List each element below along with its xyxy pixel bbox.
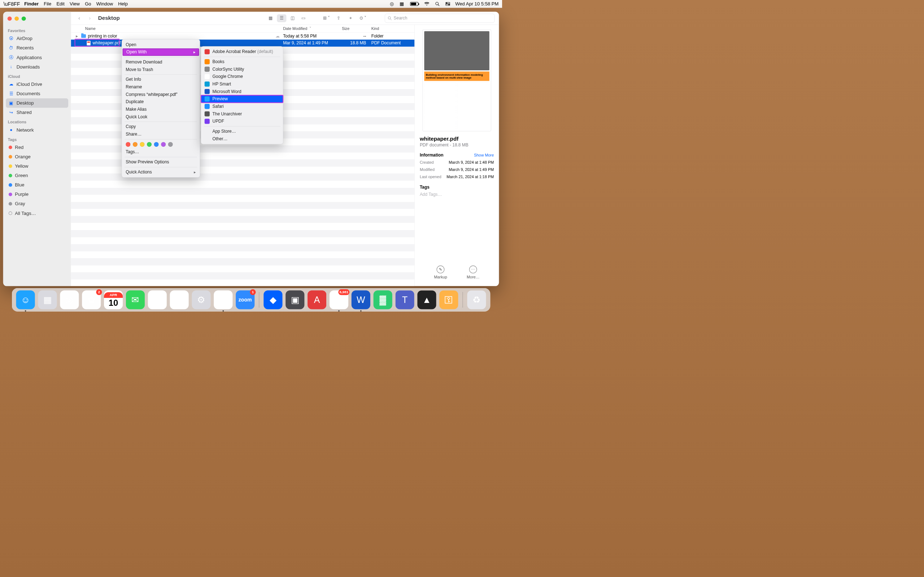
ctx-trash[interactable]: Move to Trash xyxy=(122,66,200,74)
col-date[interactable]: Date Modified˅ xyxy=(283,26,342,31)
sidebar-item-shared[interactable]: ↪Shared xyxy=(6,108,68,117)
more-action[interactable]: ⋯More… xyxy=(467,266,480,279)
menu-edit[interactable]: Edit xyxy=(56,1,64,6)
sidebar-item-documents[interactable]: ☰Documents xyxy=(6,89,68,98)
sidebar-item-applications[interactable]: ⒶApplications xyxy=(6,53,68,62)
dock-teams[interactable]: T xyxy=(395,290,414,309)
back-button[interactable]: ‹ xyxy=(76,14,83,22)
ow-default[interactable]: Adobe Acrobat Reader (default) xyxy=(201,48,283,56)
control-center-icon[interactable] xyxy=(446,2,450,6)
ow-other[interactable]: Other… xyxy=(201,135,283,142)
sidebar-item-airdrop[interactable]: ⦿AirDrop xyxy=(6,34,68,43)
ctx-quicklook[interactable]: Quick Look xyxy=(122,113,200,121)
dock-preview[interactable]: ▣ xyxy=(286,290,304,309)
ow-hp-smart[interactable]: HP Smart xyxy=(201,81,283,88)
ctx-open[interactable]: Open xyxy=(122,41,200,49)
ctx-tags[interactable]: Tags… xyxy=(122,148,200,156)
ctx-copy[interactable]: Copy xyxy=(122,123,200,131)
sidebar-item-purple[interactable]: Purple xyxy=(6,190,68,199)
sidebar-item-recents[interactable]: ⏱Recents xyxy=(6,43,68,53)
dock-app2[interactable]: ⚿ xyxy=(439,290,458,309)
ctx-alias[interactable]: Make Alias xyxy=(122,106,200,113)
wifi-icon[interactable] xyxy=(424,2,429,6)
sidebar-item-network[interactable]: ●Network xyxy=(6,125,68,134)
view-icon[interactable]: ▦ xyxy=(266,14,275,22)
ow-microsoft-word[interactable]: Microsoft Word xyxy=(201,88,283,95)
dock-acrobat[interactable]: A xyxy=(307,290,326,309)
apple-menu[interactable]: \uF8FF xyxy=(3,1,20,7)
menu-go[interactable]: Go xyxy=(85,1,91,6)
dock-chrome[interactable]: ● xyxy=(214,290,233,309)
ctx-get-info[interactable]: Get Info xyxy=(122,76,200,83)
app-name[interactable]: Finder xyxy=(24,1,39,6)
minimize-button[interactable] xyxy=(15,16,19,21)
ow-colorsync-utility[interactable]: ColorSync Utility xyxy=(201,65,283,73)
menu-file[interactable]: File xyxy=(44,1,51,6)
ctx-duplicate[interactable]: Duplicate xyxy=(122,98,200,106)
col-kind[interactable]: Kind xyxy=(372,26,415,31)
ctx-rename[interactable]: Rename xyxy=(122,83,200,91)
dock-freeform[interactable]: ∿ xyxy=(170,290,189,309)
grammarly-icon[interactable]: ◎ xyxy=(390,1,394,6)
sidebar-item-blue[interactable]: Blue xyxy=(6,180,68,190)
dock-numbers[interactable]: ▓ xyxy=(373,290,393,309)
file-row-folder[interactable]: ▸printing in color ☁ Today at 5:58 PM --… xyxy=(71,32,414,40)
tags-button[interactable]: ⌖ xyxy=(346,14,355,22)
share-button[interactable]: ⇪ xyxy=(334,14,343,22)
dock-app1[interactable]: ▲ xyxy=(417,290,436,309)
ctx-preview-options[interactable]: Show Preview Options xyxy=(122,158,200,166)
view-gallery[interactable]: ▭ xyxy=(299,14,308,22)
ctx-compress[interactable]: Compress “whitepaper.pdf” xyxy=(122,91,200,98)
dock-settings[interactable]: ⚙ xyxy=(192,290,210,309)
spotlight-icon[interactable] xyxy=(435,2,439,6)
menu-view[interactable]: View xyxy=(69,1,80,6)
ow-the-unarchiver[interactable]: The Unarchiver xyxy=(201,110,283,118)
menubar-clock[interactable]: Wed Apr 10 5:58 PM xyxy=(455,1,498,6)
ctx-remove-download[interactable]: Remove Download xyxy=(122,58,200,66)
sidebar-item-green[interactable]: Green xyxy=(6,171,68,180)
sidebar-item-downloads[interactable]: ↓Downloads xyxy=(6,62,68,71)
dock-zoom[interactable]: zoom1 xyxy=(236,290,254,309)
dock-word[interactable]: W xyxy=(352,290,370,309)
zoom-button[interactable] xyxy=(22,16,26,21)
view-list[interactable]: ☰ xyxy=(277,14,286,22)
ow-appstore[interactable]: App Store… xyxy=(201,128,283,135)
sidebar-item-orange[interactable]: Orange xyxy=(6,152,68,161)
dock-messages[interactable]: ✉ xyxy=(126,290,145,309)
action-button[interactable]: ⊙ ˅ xyxy=(358,14,367,22)
sidebar-item-gray[interactable]: Gray xyxy=(6,199,68,208)
markup-action[interactable]: ✎Markup xyxy=(434,266,447,279)
dock-launchpad[interactable]: ▦ xyxy=(38,290,57,309)
battery-icon[interactable] xyxy=(410,2,418,6)
add-tags[interactable]: Add Tags… xyxy=(420,192,494,197)
ctx-quick-actions[interactable]: Quick Actions▸ xyxy=(122,168,200,176)
sidebar-item-yellow[interactable]: Yellow xyxy=(6,161,68,171)
dock-photos[interactable]: ✿2 xyxy=(82,290,101,309)
dock-finder[interactable]: ☺ xyxy=(16,290,35,309)
group-button[interactable]: ⊞ ˅ xyxy=(321,14,331,22)
col-name[interactable]: Name xyxy=(71,26,283,31)
close-button[interactable] xyxy=(8,16,12,21)
ow-books[interactable]: Books xyxy=(201,58,283,66)
dock-dropbox[interactable]: ◆ xyxy=(263,290,282,309)
ctx-share[interactable]: Share… xyxy=(122,131,200,138)
menu-help[interactable]: Help xyxy=(118,1,128,6)
col-size[interactable]: Size xyxy=(342,26,372,31)
sidebar-item-red[interactable]: Red xyxy=(6,143,68,152)
ow-updf[interactable]: UPDF xyxy=(201,118,283,125)
sidebar-item-desktop[interactable]: ▣Desktop xyxy=(6,98,68,108)
search-field[interactable]: Search xyxy=(385,14,494,23)
dock-safari[interactable]: ◎ xyxy=(60,290,79,309)
ow-safari[interactable]: Safari xyxy=(201,103,283,110)
ow-google-chrome[interactable]: Google Chrome xyxy=(201,73,283,81)
menu-window[interactable]: Window xyxy=(96,1,113,6)
dock-mail[interactable]: ✉6,981 xyxy=(330,290,348,309)
view-columns[interactable]: ◫ xyxy=(288,14,297,22)
dock-trash[interactable]: ♻ xyxy=(467,290,486,309)
ow-preview[interactable]: Preview xyxy=(201,95,283,103)
sidebar-item-icloud-drive[interactable]: ☁iCloud Drive xyxy=(6,80,68,89)
tray-icon[interactable]: ▦ xyxy=(399,1,404,6)
forward-button[interactable]: › xyxy=(86,14,94,22)
dock-notes[interactable]: ✎ xyxy=(148,290,167,309)
show-more[interactable]: Show More xyxy=(474,153,494,157)
